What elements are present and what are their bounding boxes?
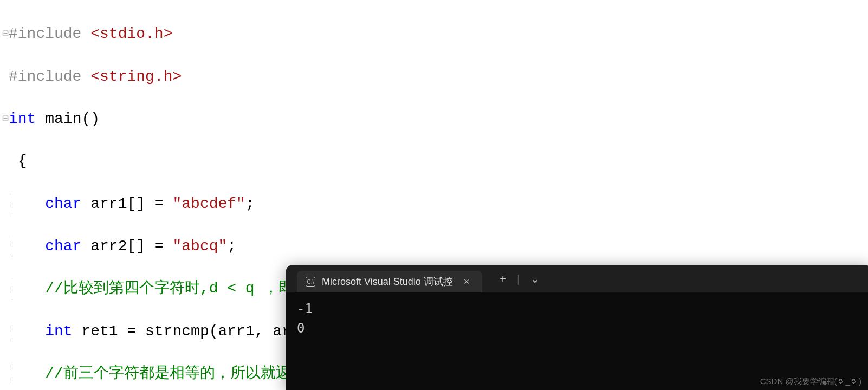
terminal-actions: + | ⌄ xyxy=(493,270,546,288)
declaration: arr1[] = xyxy=(81,196,172,212)
code-line: { xyxy=(4,151,864,172)
preprocessor: #include xyxy=(9,68,90,85)
code-line: ⊟#include <stdio.h> xyxy=(4,23,864,44)
keyword-int: int xyxy=(45,323,72,340)
open-brace: { xyxy=(18,153,27,170)
string-literal: "abcdef" xyxy=(172,196,245,212)
code-line: char arr1[] = "abcdef"; xyxy=(4,193,864,214)
fold-marker: ⊟ xyxy=(2,27,9,42)
comment: //前三个字符都是相等的，所以就返回0 xyxy=(45,365,315,382)
declaration: arr2[] = xyxy=(81,238,172,255)
close-tab-button[interactable]: × xyxy=(459,274,474,290)
terminal-output[interactable]: -1 0 xyxy=(286,292,868,344)
code-line: ⊟int main() xyxy=(4,108,864,129)
output-line: 0 xyxy=(297,321,305,336)
indent-guide xyxy=(12,236,12,257)
tab-dropdown-button[interactable]: ⌄ xyxy=(524,270,546,288)
terminal-tab[interactable]: C:\ Microsoft Visual Studio 调试控 × xyxy=(297,271,482,292)
keyword-char: char xyxy=(45,238,81,255)
parens: () xyxy=(81,110,100,127)
code-line: #include <string.h> xyxy=(4,66,864,87)
semicolon: ; xyxy=(245,196,255,212)
terminal-tab-title: Microsoft Visual Studio 调试控 xyxy=(322,275,453,288)
code-line: char arr2[] = "abcq"; xyxy=(4,236,864,257)
watermark-text: CSDN @我要学编程(ಥ_ಥ) xyxy=(760,376,861,387)
semicolon: ; xyxy=(227,238,236,255)
keyword-char: char xyxy=(45,196,81,212)
new-tab-button[interactable]: + xyxy=(493,271,513,288)
indent-guide xyxy=(12,363,12,384)
terminal-titlebar[interactable]: C:\ Microsoft Visual Studio 调试控 × + | ⌄ xyxy=(286,265,868,292)
function-name: main xyxy=(36,110,81,127)
keyword-int: int xyxy=(9,110,36,127)
preprocessor: #include xyxy=(9,25,90,42)
indent-guide xyxy=(12,193,12,214)
indent-guide xyxy=(12,278,12,299)
output-line: -1 xyxy=(297,301,313,316)
fold-marker: ⊟ xyxy=(2,112,9,127)
include-path: <stdio.h> xyxy=(90,25,172,42)
console-icon: C:\ xyxy=(306,277,315,287)
terminal-window: C:\ Microsoft Visual Studio 调试控 × + | ⌄ … xyxy=(286,265,868,390)
include-path: <string.h> xyxy=(90,68,182,85)
indent-guide xyxy=(12,321,12,342)
string-literal: "abcq" xyxy=(172,238,227,255)
